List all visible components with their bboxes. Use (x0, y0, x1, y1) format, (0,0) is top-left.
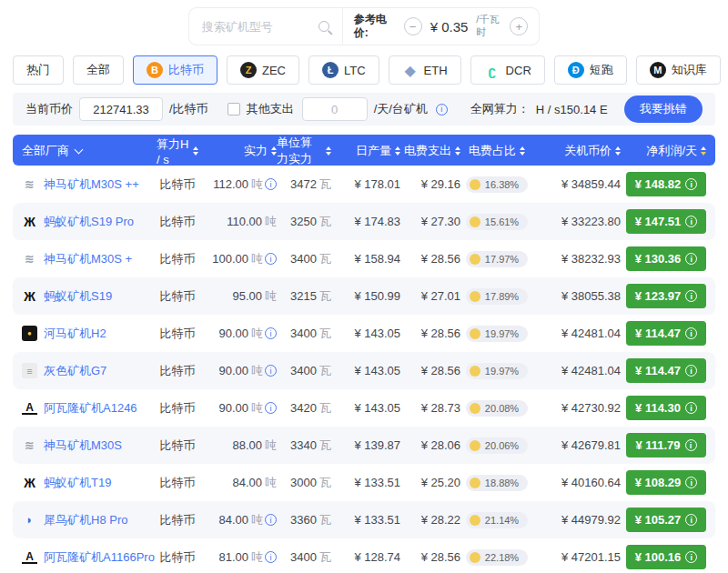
sort-icon[interactable] (701, 146, 706, 156)
profit-badge[interactable]: ¥ 114.47i (626, 358, 706, 383)
power-value: 3400 (290, 364, 317, 377)
hashrate-unit: 吨 (251, 363, 263, 379)
miner-name-link[interactable]: 神马矿机M30S + (44, 251, 132, 267)
header-label: 电费支出 (404, 143, 451, 159)
daily-yield: ¥ 139.87 (354, 438, 400, 452)
search-icon[interactable] (318, 21, 329, 32)
info-icon[interactable]: i (265, 402, 277, 414)
miner-name-link[interactable]: 蚂蚁矿机S19 (44, 288, 112, 305)
header-electricity-cost[interactable]: 电费支出 (400, 143, 460, 159)
tab-dash[interactable]: Ð短跑 (554, 55, 627, 85)
electricity-pct: 22.18% (485, 552, 519, 563)
tab-eth[interactable]: ◆ETH (389, 55, 461, 85)
info-icon[interactable]: i (265, 514, 277, 526)
info-icon[interactable]: i (436, 104, 448, 116)
electricity-cost: ¥ 29.16 (421, 177, 460, 191)
litecoin-icon: Ł (322, 62, 339, 78)
electricity-pct: 19.97% (485, 328, 519, 339)
header-power[interactable]: 实力 (198, 143, 277, 159)
info-icon: i (685, 290, 697, 302)
tab-monero[interactable]: M知识库 (636, 55, 721, 85)
miner-name-link[interactable]: 河马矿机H2 (44, 326, 106, 342)
electricity-price-control: 参考电价: − ¥ 0.35 /千瓦时 + (343, 13, 540, 40)
miner-name-link[interactable]: 灰色矿机G7 (44, 363, 106, 379)
table-row: Ж蚂蚁矿机S19 比特币 95.00吨i 3215瓦 ¥ 150.99 ¥ 27… (13, 277, 715, 315)
header-vendor[interactable]: 全部厂商 (22, 143, 157, 159)
header-hashrate[interactable]: 算力H / s (157, 136, 198, 166)
profit-badge[interactable]: ¥ 108.29i (626, 470, 706, 495)
electricity-ratio-pill: 16.38% (466, 176, 528, 193)
increase-price-button[interactable]: + (510, 17, 528, 35)
tab-label: DCR (506, 64, 531, 77)
header-daily-yield[interactable]: 日产量 (331, 143, 400, 159)
info-icon: i (685, 477, 697, 488)
info-icon[interactable]: i (265, 253, 277, 265)
current-price-input[interactable] (79, 97, 163, 121)
shutdown-price: ¥ 44979.92 (561, 513, 621, 527)
power-unit: 瓦 (319, 176, 331, 193)
header-shutdown-price[interactable]: 关机币价 (533, 143, 621, 159)
current-price-unit: /比特币 (169, 101, 208, 117)
tab-dcr[interactable]: ʗDCR (470, 55, 545, 85)
bitcoin-icon: B (147, 62, 163, 78)
gray-miner-logo-icon: ≡ (22, 363, 37, 378)
search-box[interactable] (189, 20, 342, 34)
electricity-pct: 17.97% (485, 254, 519, 265)
miner-name-link[interactable]: 犀鸟矿机H8 Pro (44, 512, 127, 528)
electricity-pct: 17.89% (485, 291, 519, 302)
shutdown-price: ¥ 47201.15 (561, 550, 621, 564)
power-value: 3000 (290, 476, 317, 489)
tab-ltc[interactable]: ŁLTC (308, 55, 379, 85)
other-expense-input[interactable] (302, 97, 368, 121)
profit-badge[interactable]: ¥ 100.16i (626, 545, 706, 569)
header-unit-power[interactable]: 单位算力实力 (277, 135, 331, 167)
tab-all[interactable]: 全部 (73, 55, 124, 85)
tab-zec[interactable]: ZZEC (227, 55, 299, 85)
profit-badge[interactable]: ¥ 111.79i (626, 433, 706, 457)
hashrate-value: 90.00 (218, 401, 248, 415)
search-input[interactable] (202, 20, 309, 34)
profit-badge[interactable]: ¥ 148.82i (626, 172, 706, 196)
profit-value: ¥ 108.29 (635, 476, 682, 489)
header-electricity-ratio[interactable]: 电费占比 (460, 143, 533, 159)
info-icon[interactable]: i (265, 178, 277, 190)
daily-yield: ¥ 143.05 (354, 364, 400, 377)
info-icon[interactable]: i (265, 551, 277, 563)
power-value: 3250 (290, 215, 317, 228)
header-profit[interactable]: 净利润/天 (621, 143, 706, 159)
table-header: 全部厂商 算力H / s 实力 单位算力实力 日产量 电费支出 电费占比 关机币… (13, 135, 715, 166)
sort-icon[interactable] (520, 146, 525, 156)
other-expense-checkbox[interactable] (228, 103, 240, 116)
profit-badge[interactable]: ¥ 114.30i (626, 396, 706, 420)
info-icon[interactable]: i (265, 327, 277, 339)
profit-badge[interactable]: ¥ 130.36i (626, 246, 706, 271)
miner-name-link[interactable]: 蚂蚁矿机T19 (44, 475, 111, 491)
daily-yield: ¥ 178.01 (354, 177, 400, 191)
miner-name-link[interactable]: 阿瓦隆矿机A1166Pro (44, 549, 155, 566)
report-error-button[interactable]: 我要挑错 (624, 96, 703, 123)
miner-name-link[interactable]: 神马矿机M30S ++ (44, 176, 139, 193)
profit-badge[interactable]: ¥ 147.51i (626, 209, 706, 234)
miner-name-link[interactable]: 阿瓦隆矿机A1246 (44, 400, 137, 417)
profit-badge[interactable]: ¥ 123.97i (626, 284, 706, 308)
profit-badge[interactable]: ¥ 114.47i (626, 321, 706, 346)
hashrate-value: 81.00 (218, 550, 248, 564)
profit-badge[interactable]: ¥ 105.27i (626, 508, 706, 532)
info-icon[interactable]: i (265, 365, 277, 377)
coin-label: 比特币 (160, 475, 196, 491)
tab-hot[interactable]: 热门 (13, 55, 64, 85)
miner-name-link[interactable]: 神马矿机M30S (44, 437, 122, 454)
hashrate-unit: 吨 (251, 251, 263, 267)
daily-yield: ¥ 133.51 (354, 513, 400, 527)
shutdown-price: ¥ 34859.44 (561, 177, 621, 191)
tab-bitcoin[interactable]: B比特币 (133, 55, 217, 85)
power-value: 3420 (290, 401, 317, 415)
info-icon: i (685, 365, 697, 377)
daily-yield: ¥ 143.05 (354, 327, 400, 340)
miner-name-link[interactable]: 蚂蚁矿机S19 Pro (44, 214, 134, 230)
tab-label: ETH (424, 64, 448, 77)
electricity-price-unit: /千瓦时 (476, 14, 501, 39)
daily-yield: ¥ 158.94 (354, 252, 400, 266)
electricity-cost: ¥ 28.56 (421, 327, 460, 340)
decrease-price-button[interactable]: − (404, 17, 422, 35)
